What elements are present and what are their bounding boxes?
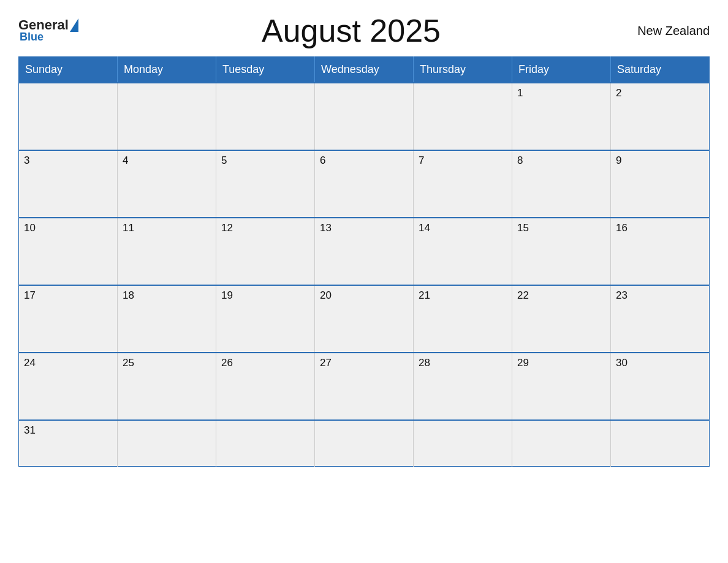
calendar-page: General Blue August 2025 New Zealand Sun… <box>0 0 728 563</box>
header-tuesday: Tuesday <box>216 57 315 83</box>
header-friday: Friday <box>512 57 611 83</box>
calendar-day-cell: 23 <box>611 285 710 353</box>
calendar-day-cell <box>118 83 216 150</box>
day-number: 26 <box>221 357 309 369</box>
day-number: 23 <box>616 289 704 302</box>
calendar-title: August 2025 <box>78 12 624 49</box>
day-number: 13 <box>320 222 408 234</box>
calendar-day-cell: 6 <box>315 150 414 218</box>
logo-triangle-icon <box>70 18 78 32</box>
calendar-day-cell: 13 <box>315 218 414 285</box>
calendar-day-cell: 15 <box>512 218 611 285</box>
day-number: 7 <box>419 155 507 167</box>
country-label: New Zealand <box>624 24 710 38</box>
calendar-body: 1234567891011121314151617181920212223242… <box>19 83 710 466</box>
day-number: 20 <box>320 289 408 302</box>
calendar-day-cell <box>512 420 611 466</box>
calendar-week-row: 12 <box>19 83 710 150</box>
calendar-day-cell: 18 <box>118 285 216 353</box>
day-number: 14 <box>419 222 507 234</box>
calendar-day-cell <box>216 83 315 150</box>
calendar-day-cell: 16 <box>611 218 710 285</box>
day-number: 22 <box>517 289 605 302</box>
day-number: 29 <box>517 357 605 369</box>
calendar-day-cell: 21 <box>414 285 512 353</box>
calendar-day-cell <box>414 83 512 150</box>
days-header-row: Sunday Monday Tuesday Wednesday Thursday… <box>19 57 710 83</box>
day-number: 28 <box>419 357 507 369</box>
calendar-week-row: 31 <box>19 420 710 466</box>
calendar-day-cell: 7 <box>414 150 512 218</box>
calendar-day-cell: 1 <box>512 83 611 150</box>
day-number: 10 <box>24 222 112 234</box>
calendar-day-cell: 10 <box>19 218 118 285</box>
day-number: 6 <box>320 155 408 167</box>
calendar-day-cell: 31 <box>19 420 118 466</box>
header-monday: Monday <box>118 57 216 83</box>
calendar-day-cell: 22 <box>512 285 611 353</box>
header-saturday: Saturday <box>611 57 710 83</box>
calendar-week-row: 24252627282930 <box>19 353 710 420</box>
day-number: 4 <box>123 155 211 167</box>
calendar-day-cell: 29 <box>512 353 611 420</box>
day-number: 11 <box>123 222 211 234</box>
day-number: 2 <box>616 87 704 99</box>
calendar-day-cell: 9 <box>611 150 710 218</box>
calendar-week-row: 17181920212223 <box>19 285 710 353</box>
calendar-day-cell: 4 <box>118 150 216 218</box>
calendar-day-cell <box>216 420 315 466</box>
day-number: 19 <box>221 289 309 302</box>
header-wednesday: Wednesday <box>315 57 414 83</box>
calendar-table: Sunday Monday Tuesday Wednesday Thursday… <box>18 56 710 467</box>
calendar-day-cell: 8 <box>512 150 611 218</box>
calendar-day-cell: 30 <box>611 353 710 420</box>
calendar-day-cell: 28 <box>414 353 512 420</box>
logo-blue: Blue <box>20 31 44 44</box>
calendar-day-cell: 27 <box>315 353 414 420</box>
calendar-week-row: 10111213141516 <box>19 218 710 285</box>
calendar-day-cell <box>19 83 118 150</box>
header-sunday: Sunday <box>19 57 118 83</box>
calendar-day-cell <box>315 420 414 466</box>
day-number: 9 <box>616 155 704 167</box>
day-number: 5 <box>221 155 309 167</box>
day-number: 18 <box>123 289 211 302</box>
calendar-day-cell: 12 <box>216 218 315 285</box>
calendar-day-cell: 17 <box>19 285 118 353</box>
logo: General Blue <box>18 18 78 44</box>
day-number: 16 <box>616 222 704 234</box>
day-number: 31 <box>24 424 112 437</box>
day-number: 17 <box>24 289 112 302</box>
day-number: 21 <box>419 289 507 302</box>
calendar-day-cell: 5 <box>216 150 315 218</box>
calendar-week-row: 3456789 <box>19 150 710 218</box>
calendar-day-cell: 2 <box>611 83 710 150</box>
day-number: 3 <box>24 155 112 167</box>
day-number: 25 <box>123 357 211 369</box>
calendar-day-cell: 3 <box>19 150 118 218</box>
logo-general: General <box>18 18 69 32</box>
day-number: 30 <box>616 357 704 369</box>
calendar-day-cell <box>414 420 512 466</box>
calendar-day-cell: 24 <box>19 353 118 420</box>
calendar-day-cell: 25 <box>118 353 216 420</box>
calendar-day-cell: 14 <box>414 218 512 285</box>
header-thursday: Thursday <box>414 57 512 83</box>
day-number: 24 <box>24 357 112 369</box>
calendar-day-cell <box>118 420 216 466</box>
calendar-day-cell <box>611 420 710 466</box>
calendar-day-cell: 26 <box>216 353 315 420</box>
day-number: 15 <box>517 222 605 234</box>
day-number: 1 <box>517 87 605 99</box>
day-number: 27 <box>320 357 408 369</box>
day-number: 12 <box>221 222 309 234</box>
header: General Blue August 2025 New Zealand <box>18 12 710 49</box>
calendar-day-cell: 20 <box>315 285 414 353</box>
calendar-day-cell: 19 <box>216 285 315 353</box>
calendar-day-cell: 11 <box>118 218 216 285</box>
calendar-day-cell <box>315 83 414 150</box>
day-number: 8 <box>517 155 605 167</box>
